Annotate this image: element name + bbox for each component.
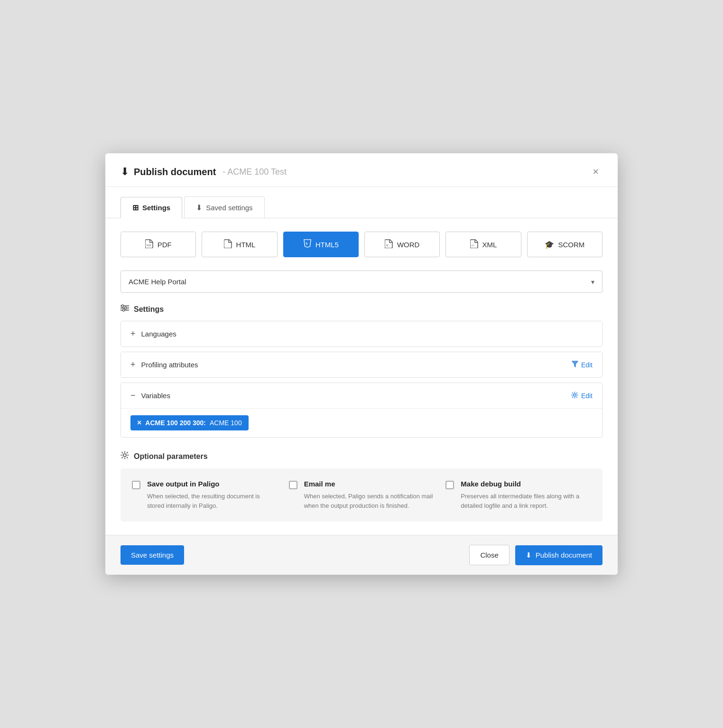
filter-icon: [572, 361, 578, 369]
save-output-desc: When selected, the resulting document is…: [147, 492, 278, 510]
svg-marker-11: [572, 361, 578, 367]
variables-header-left: − Variables: [130, 391, 170, 401]
modal-body: PDF PDF HTML 5: [105, 218, 618, 535]
publish-document-button[interactable]: ⬇ Publish document: [515, 545, 602, 565]
html-icon: [224, 239, 232, 250]
svg-text:PDF: PDF: [147, 244, 151, 247]
pdf-icon: PDF: [145, 239, 154, 250]
publish-btn-icon: ⬇: [526, 551, 532, 560]
format-word[interactable]: W WORD: [364, 232, 440, 257]
variables-edit[interactable]: Edit: [571, 392, 593, 400]
format-pdf-label: PDF: [158, 241, 172, 249]
gear-section-icon: [120, 451, 129, 462]
gear-icon: [571, 392, 578, 400]
settings-tab-icon: ⊞: [132, 203, 139, 212]
publish-btn-label: Publish document: [536, 551, 592, 559]
optional-section-heading: Optional parameters: [120, 451, 602, 462]
publish-modal: ⬇ Publish document - ACME 100 Test × ⊞ S…: [105, 153, 618, 575]
svg-point-8: [121, 305, 124, 307]
variables-label: Variables: [141, 392, 170, 400]
profiling-edit-label: Edit: [581, 361, 593, 369]
languages-header[interactable]: + Languages: [121, 321, 602, 346]
close-button[interactable]: ×: [589, 165, 602, 179]
opt-card-email-me: Email me When selected, Paligo sends a n…: [289, 480, 446, 510]
modal-title: Publish document: [134, 167, 216, 177]
format-html5[interactable]: 5 HTML5: [283, 232, 359, 257]
footer-right: Close ⬇ Publish document: [469, 545, 602, 565]
variable-tag-close[interactable]: ×: [137, 419, 141, 427]
portal-dropdown-row: ACME Help Portal Other Portal ▾: [120, 271, 602, 293]
format-html-label: HTML: [236, 241, 256, 249]
email-me-checkbox[interactable]: [289, 481, 297, 489]
profiling-header-left: + Profiling attributes: [130, 360, 198, 370]
variables-section: − Variables Edit × ACME 100 200: [120, 383, 602, 438]
format-scorm[interactable]: 🎓 SCORM: [527, 232, 602, 257]
opt-card-debug-build: Make debug build Preserves all intermedi…: [445, 480, 591, 510]
close-dialog-button[interactable]: Close: [469, 545, 509, 565]
profiling-edit[interactable]: Edit: [572, 361, 593, 369]
svg-text:5: 5: [306, 242, 307, 245]
format-html5-label: HTML5: [315, 241, 339, 249]
optional-section-label: Optional parameters: [134, 452, 208, 461]
svg-text:W: W: [386, 244, 389, 247]
languages-toggle: +: [130, 329, 136, 339]
svg-point-9: [125, 307, 127, 309]
format-row: PDF PDF HTML 5: [120, 232, 602, 257]
debug-build-checkbox[interactable]: [445, 481, 454, 489]
debug-build-content: Make debug build Preserves all intermedi…: [461, 480, 591, 510]
modal-subtitle: - ACME 100 Test: [222, 167, 287, 177]
tab-saved-settings[interactable]: ⬇ Saved settings: [184, 196, 264, 218]
svg-text:</>: </>: [471, 244, 474, 247]
format-pdf[interactable]: PDF PDF: [120, 232, 196, 257]
profiling-section: + Profiling attributes Edit: [120, 352, 602, 378]
tab-settings[interactable]: ⊞ Settings: [120, 197, 182, 218]
debug-build-desc: Preserves all intermediate files along w…: [461, 492, 591, 510]
save-output-checkbox[interactable]: [132, 481, 140, 489]
variable-tag: × ACME 100 200 300: ACME 100: [130, 415, 249, 430]
variables-edit-label: Edit: [581, 392, 593, 400]
languages-header-left: + Languages: [130, 329, 176, 339]
format-xml-label: XML: [482, 241, 497, 249]
svg-point-12: [574, 394, 576, 396]
debug-build-title: Make debug build: [461, 480, 591, 488]
profiling-header[interactable]: + Profiling attributes Edit: [121, 352, 602, 377]
svg-marker-1: [304, 240, 311, 247]
saved-settings-tab-icon: ⬇: [196, 203, 202, 212]
languages-section: + Languages: [120, 321, 602, 347]
save-settings-button[interactable]: Save settings: [120, 545, 184, 565]
variables-header[interactable]: − Variables Edit: [121, 383, 602, 408]
email-me-title: Email me: [304, 480, 435, 488]
format-scorm-label: SCORM: [558, 241, 584, 249]
format-xml[interactable]: </> XML: [445, 232, 521, 257]
svg-point-10: [122, 309, 125, 311]
footer-left: Save settings: [120, 545, 184, 565]
format-html[interactable]: HTML: [202, 232, 277, 257]
variable-tag-value: ACME 100: [210, 419, 242, 427]
save-output-title: Save output in Paligo: [147, 480, 278, 488]
format-word-label: WORD: [397, 241, 420, 249]
modal-footer: Save settings Close ⬇ Publish document: [105, 535, 618, 575]
variables-toggle: −: [130, 391, 136, 401]
portal-select-wrapper[interactable]: ACME Help Portal Other Portal ▾: [120, 271, 602, 293]
profiling-toggle: +: [130, 360, 136, 370]
tab-saved-settings-label: Saved settings: [206, 204, 252, 212]
settings-section-icon: [120, 304, 129, 314]
languages-label: Languages: [141, 330, 176, 338]
settings-section-label: Settings: [134, 305, 164, 314]
variable-tag-name: ACME 100 200 300:: [145, 419, 206, 427]
portal-select[interactable]: ACME Help Portal Other Portal: [121, 271, 602, 292]
xml-icon: </>: [470, 239, 479, 250]
publish-icon: ⬇: [120, 166, 129, 178]
title-row: ⬇ Publish document - ACME 100 Test: [120, 166, 287, 178]
email-me-content: Email me When selected, Paligo sends a n…: [304, 480, 435, 510]
word-icon: W: [385, 239, 393, 250]
settings-section-heading: Settings: [120, 304, 602, 314]
optional-cards: Save output in Paligo When selected, the…: [120, 468, 602, 522]
tabs-row: ⊞ Settings ⬇ Saved settings: [105, 187, 618, 218]
profiling-label: Profiling attributes: [141, 361, 198, 369]
modal-header: ⬇ Publish document - ACME 100 Test ×: [105, 153, 618, 187]
tab-settings-label: Settings: [142, 204, 170, 212]
save-output-content: Save output in Paligo When selected, the…: [147, 480, 278, 510]
scorm-icon: 🎓: [545, 240, 554, 249]
opt-card-save-output: Save output in Paligo When selected, the…: [132, 480, 289, 510]
